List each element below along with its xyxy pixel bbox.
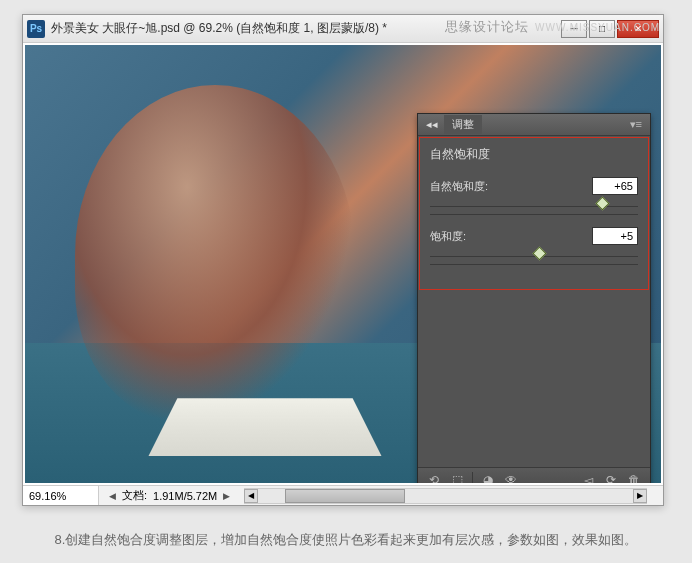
panel-footer: ⟲ ⬚ ◕ 👁 ◅ ⟳ 🗑	[418, 467, 650, 483]
photoshop-window: Ps 外景美女 大眼仔~旭.psd @ 69.2% (自然饱和度 1, 图层蒙版…	[22, 14, 664, 506]
doc-label: 文档:	[122, 488, 147, 503]
saturation-handle[interactable]	[533, 246, 547, 260]
horizontal-scrollbar[interactable]: ◀ ▶	[244, 488, 647, 504]
prev-state-icon[interactable]: ◅	[578, 471, 598, 483]
tutorial-caption: 8.创建自然饱合度调整图层，增加自然饱合度使照片色彩看起来更加有层次感，参数如图…	[30, 530, 662, 551]
back-icon[interactable]: ⟲	[424, 471, 444, 483]
vibrance-handle[interactable]	[595, 196, 609, 210]
vibrance-label: 自然饱和度:	[430, 179, 592, 194]
saturation-row: 饱和度:	[430, 227, 638, 245]
adjustments-panel: ◂◂ 调整 ▾≡ 自然饱和度 自然饱和度: 饱和度:	[417, 113, 651, 483]
reset-icon[interactable]: ⟳	[601, 471, 621, 483]
doc-arrow-right-icon[interactable]: ▶	[223, 491, 230, 501]
expand-view-icon[interactable]: ⬚	[447, 471, 467, 483]
doc-size: 1.91M/5.72M	[153, 490, 217, 502]
vibrance-input[interactable]	[592, 177, 638, 195]
saturation-input[interactable]	[592, 227, 638, 245]
flyout-menu-icon[interactable]: ▾≡	[630, 118, 642, 131]
doc-info: ◀ 文档: 1.91M/5.72M ▶	[99, 488, 240, 503]
statusbar: 69.16% ◀ 文档: 1.91M/5.72M ▶ ◀ ▶	[23, 485, 663, 505]
collapse-icon[interactable]: ◂◂	[426, 118, 438, 131]
scroll-left-icon[interactable]: ◀	[244, 489, 258, 503]
visibility-icon[interactable]: 👁	[501, 471, 521, 483]
panel-body: 自然饱和度 自然饱和度: 饱和度:	[419, 137, 649, 290]
vibrance-slider[interactable]	[430, 199, 638, 215]
watermark: 思缘设计论坛WWW.MISSYUAN.COM	[445, 18, 660, 36]
scroll-thumb[interactable]	[285, 489, 405, 503]
adjustment-title: 自然饱和度	[430, 146, 638, 163]
photoshop-icon: Ps	[27, 20, 45, 38]
zoom-field[interactable]: 69.16%	[23, 486, 99, 505]
canvas-area: ◂◂ 调整 ▾≡ 自然饱和度 自然饱和度: 饱和度:	[25, 45, 661, 483]
doc-arrow-left-icon[interactable]: ◀	[109, 491, 116, 501]
panel-header: ◂◂ 调整 ▾≡	[418, 114, 650, 136]
scroll-right-icon[interactable]: ▶	[633, 489, 647, 503]
saturation-slider[interactable]	[430, 249, 638, 265]
clip-layer-icon[interactable]: ◕	[478, 471, 498, 483]
panel-tab-adjust[interactable]: 调整	[444, 115, 482, 134]
vibrance-row: 自然饱和度:	[430, 177, 638, 195]
trash-icon[interactable]: 🗑	[624, 471, 644, 483]
saturation-label: 饱和度:	[430, 229, 592, 244]
